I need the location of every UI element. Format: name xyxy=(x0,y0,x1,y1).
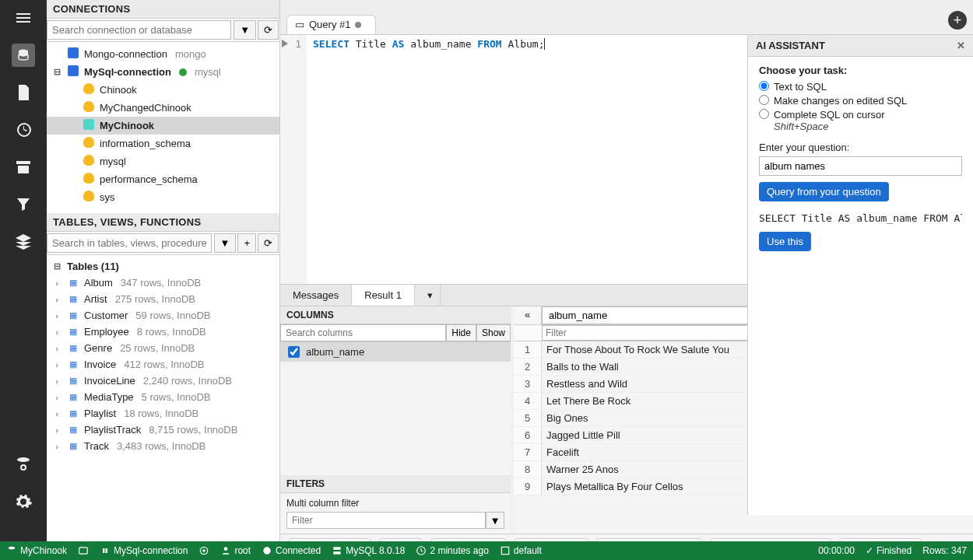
status-bar: MyChinook MySql-connection root Connecte… xyxy=(0,541,973,560)
enter-question-label: Enter your question: xyxy=(759,142,962,153)
collapse-icon[interactable]: ⊟ xyxy=(51,67,62,77)
task-option-complete-sql[interactable]: Complete SQL on cursorShift+Space xyxy=(759,109,962,132)
eye-database-icon[interactable] xyxy=(12,453,35,476)
database-icon[interactable] xyxy=(12,44,35,67)
table-meta: 2,240 rows, InnoDB xyxy=(143,375,232,387)
new-tab-button[interactable]: + xyxy=(948,11,967,30)
document-icon[interactable] xyxy=(12,81,35,104)
collapse-columns-icon[interactable]: « xyxy=(514,306,542,324)
tables-search-input[interactable] xyxy=(47,233,212,253)
expand-icon[interactable]: › xyxy=(51,360,62,369)
tables-header: TABLES, VIEWS, FUNCTIONS xyxy=(47,213,279,232)
table-item[interactable]: ›▦Playlist18 rows, InnoDB xyxy=(47,405,279,422)
connection-refresh-icon[interactable]: ⟳ xyxy=(258,20,279,40)
table-item[interactable]: ›▦MediaType5 rows, InnoDB xyxy=(47,389,279,405)
menu-icon[interactable] xyxy=(12,6,35,30)
expand-icon[interactable]: › xyxy=(51,327,62,337)
tables-group[interactable]: ⊟ Tables (11) xyxy=(47,258,279,275)
status-target-icon[interactable] xyxy=(198,545,209,556)
expand-icon[interactable]: › xyxy=(51,425,62,435)
table-icon: ▦ xyxy=(67,343,79,353)
svg-rect-4 xyxy=(79,548,88,554)
expand-icon[interactable]: › xyxy=(51,344,62,353)
row-number: 8 xyxy=(514,461,542,478)
run-line-icon[interactable] xyxy=(282,40,288,47)
connection-item-active[interactable]: ⊟ MySql-connection mysql xyxy=(47,63,279,81)
table-icon: ▦ xyxy=(67,278,79,288)
svg-point-3 xyxy=(9,547,15,550)
table-item[interactable]: ›▦Employee8 rows, InnoDB xyxy=(47,324,279,340)
tab-result[interactable]: Result 1 xyxy=(352,285,415,306)
table-item[interactable]: ›▦PlaylistTrack8,715 rows, InnoDB xyxy=(47,422,279,438)
table-meta: 275 rows, InnoDB xyxy=(115,293,195,305)
database-item-selected[interactable]: MyChinook xyxy=(47,117,279,135)
app-root: CONNECTIONS ▼ ⟳ Mongo-connection mongo ⊟… xyxy=(0,0,973,560)
table-item[interactable]: ›▦Track3,483 rows, InnoDB xyxy=(47,438,279,454)
expand-icon[interactable]: › xyxy=(51,278,62,288)
table-name: Track xyxy=(84,440,109,452)
task-option-text-to-sql[interactable]: Text to SQL xyxy=(759,81,962,93)
status-terminal-icon[interactable] xyxy=(78,545,89,556)
file-icon: ▭ xyxy=(295,19,304,30)
show-button[interactable]: Show xyxy=(476,324,511,341)
database-item[interactable]: performance_schema xyxy=(47,170,279,188)
table-name: Invoice xyxy=(84,359,116,370)
table-icon: ▦ xyxy=(67,310,79,320)
query-from-question-button[interactable]: Query from your question xyxy=(759,182,889,201)
expand-icon[interactable]: › xyxy=(51,393,62,402)
table-item[interactable]: ›▦Album347 rows, InnoDB xyxy=(47,275,279,291)
close-icon[interactable]: ✕ xyxy=(957,40,965,51)
column-item[interactable]: album_name xyxy=(280,342,511,362)
use-this-button[interactable]: Use this xyxy=(759,232,811,251)
table-item[interactable]: ›▦Customer59 rows, InnoDB xyxy=(47,307,279,324)
question-input[interactable] xyxy=(759,156,962,176)
table-item[interactable]: ›▦Artist275 rows, InnoDB xyxy=(47,291,279,307)
filter-icon[interactable]: ▼ xyxy=(486,512,504,529)
connection-filter-icon[interactable]: ▼ xyxy=(234,20,256,40)
database-item[interactable]: information_schema xyxy=(47,135,279,152)
settings-icon[interactable] xyxy=(12,490,35,513)
filter-icon[interactable] xyxy=(12,193,35,216)
expand-icon[interactable]: › xyxy=(51,442,62,451)
multi-filter-input[interactable] xyxy=(286,512,486,529)
archive-icon[interactable] xyxy=(12,156,35,179)
history-icon[interactable] xyxy=(12,118,35,142)
table-item[interactable]: ›▦Invoice412 rows, InnoDB xyxy=(47,356,279,373)
table-icon: ▦ xyxy=(67,294,79,304)
row-number: 4 xyxy=(514,393,542,409)
database-item[interactable]: mysql xyxy=(47,152,279,170)
connection-search-input[interactable] xyxy=(47,20,231,40)
layers-icon[interactable] xyxy=(12,230,35,254)
svg-point-1 xyxy=(17,457,30,462)
task-option-make-changes[interactable]: Make changes on edited SQL xyxy=(759,95,962,107)
database-item[interactable]: sys xyxy=(47,188,279,206)
expand-icon[interactable]: › xyxy=(51,376,62,386)
expand-icon[interactable]: › xyxy=(51,409,62,418)
tables-refresh-icon[interactable]: ⟳ xyxy=(258,233,279,253)
row-number: 1 xyxy=(514,341,542,358)
query-tab[interactable]: ▭ Query #1 xyxy=(286,15,376,34)
hide-button[interactable]: Hide xyxy=(446,324,476,341)
table-item[interactable]: ›▦InvoiceLine2,240 rows, InnoDB xyxy=(47,373,279,389)
connection-item[interactable]: Mongo-connection mongo xyxy=(47,45,279,63)
table-item[interactable]: ›▦Genre25 rows, InnoDB xyxy=(47,340,279,356)
column-checkbox[interactable] xyxy=(288,346,300,358)
status-conn[interactable]: MySql-connection xyxy=(100,545,188,556)
svg-point-2 xyxy=(21,465,26,470)
columns-search-input[interactable] xyxy=(280,324,446,341)
result-tab-menu-icon[interactable]: ▾ xyxy=(415,285,441,306)
status-db[interactable]: MyChinook xyxy=(6,545,67,556)
database-item[interactable]: MyChangedChinook xyxy=(47,99,279,117)
main-area: ● MyChinook × ▭ Query #1 + 1 SELECT Titl… xyxy=(280,0,973,560)
filters-body: Multi column filter ▼ xyxy=(280,493,511,534)
collapse-icon[interactable]: ⊟ xyxy=(51,261,62,271)
expand-icon[interactable]: › xyxy=(51,311,62,320)
table-name: Customer xyxy=(84,310,128,321)
table-name: PlaylistTrack xyxy=(84,424,141,436)
table-meta: 25 rows, InnoDB xyxy=(120,342,195,354)
tables-add-icon[interactable]: + xyxy=(237,233,256,253)
expand-icon[interactable]: › xyxy=(51,295,62,304)
tables-filter-icon[interactable]: ▼ xyxy=(214,233,237,253)
database-item[interactable]: Chinook xyxy=(47,81,279,99)
tab-messages[interactable]: Messages xyxy=(280,285,352,306)
